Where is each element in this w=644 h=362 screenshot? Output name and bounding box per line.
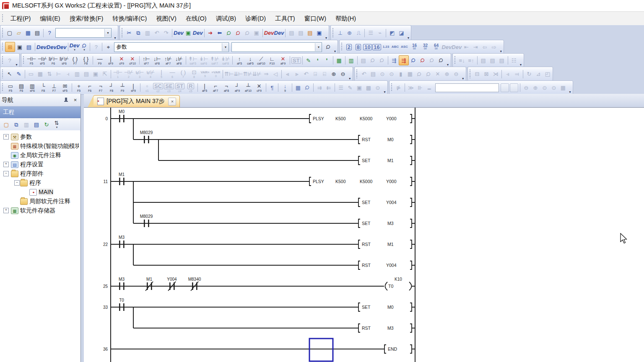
- tree-item-参数[interactable]: +⚒参数: [0, 132, 80, 141]
- remote-operation-icon[interactable]: ▣: [314, 28, 324, 38]
- tree-item-特殊模块(智能功能模块)[interactable]: ▦特殊模块(智能功能模块): [0, 141, 80, 150]
- sort-icon[interactable]: ⇅▾: [52, 119, 62, 129]
- zoom-in-icon[interactable]: ⊕: [329, 70, 338, 79]
- application-instruction-icon[interactable]: { }F8: [80, 55, 91, 66]
- project-view-icon[interactable]: ⊞: [5, 42, 15, 52]
- write-to-plc-icon[interactable]: ➜: [206, 28, 215, 38]
- delete-aline-icon[interactable]: ✕cF9: [254, 82, 265, 93]
- blank-button-1[interactable]: [501, 83, 509, 92]
- find-value-combo[interactable]: ▾: [231, 42, 322, 52]
- batch-table-icon[interactable]: ▦: [293, 83, 303, 92]
- pulse-down-branch-icon[interactable]: ↓⊬aF8: [174, 55, 184, 66]
- open-contact-icon[interactable]: ⊣⊢F5: [26, 55, 37, 66]
- close-branch-icon[interactable]: ⊮⊬sF6: [59, 55, 70, 66]
- coil-icon[interactable]: ( )F7: [70, 55, 80, 66]
- pulse-up-contact-icon[interactable]: ↑⊢sF7: [141, 55, 152, 66]
- monitor-start-icon[interactable]: Ϙ: [224, 28, 234, 38]
- aline-2-icon[interactable]: ⌐aF7: [210, 82, 221, 93]
- save-project-icon[interactable]: ▦: [23, 28, 33, 38]
- delete-line-icon[interactable]: ✕aF9: [278, 55, 288, 66]
- zoom-out-icon[interactable]: ⊖: [338, 70, 348, 79]
- menu-1[interactable]: 编辑(E): [35, 13, 65, 24]
- sfc-sort-icon[interactable]: ◪: [397, 28, 406, 38]
- note-edit-icon[interactable]: Dev: [57, 42, 67, 52]
- menu-4[interactable]: 视图(V): [151, 13, 181, 24]
- statement-table-icon[interactable]: ▦: [335, 56, 344, 65]
- corner-1-icon[interactable]: ⌐F6: [84, 82, 95, 93]
- aline-4-icon[interactable]: ┘aF9: [232, 82, 243, 93]
- menu-5[interactable]: 在线(O): [181, 13, 211, 24]
- device-monitor-on-icon[interactable]: Dev: [264, 28, 274, 38]
- new-data-icon[interactable]: ▢: [1, 119, 11, 129]
- device-test-icon[interactable]: ⊕: [345, 28, 354, 38]
- toolbar-overflow-icon[interactable]: ▾: [519, 53, 523, 68]
- corner-4-icon[interactable]: ┴F9: [117, 82, 128, 93]
- find-device-icon[interactable]: Ϙ▾: [79, 42, 88, 52]
- collapse-icon[interactable]: −: [14, 180, 20, 186]
- toolbar-overflow-icon[interactable]: ▾: [461, 67, 465, 82]
- tee-line-icon[interactable]: ⊥F7: [49, 82, 60, 93]
- toolbar-overflow-icon[interactable]: ▾: [499, 40, 503, 54]
- sfc-block-icon[interactable]: ◩: [387, 28, 397, 38]
- tree-item-软元件存储器[interactable]: +▦软元件存储器: [0, 206, 80, 215]
- pulse-down-contact-icon[interactable]: ↓⊢sF8: [152, 55, 163, 66]
- copy-icon[interactable]: ⧉: [134, 28, 143, 38]
- menu-3[interactable]: 转换/编译(C): [108, 13, 151, 24]
- toolbar-overflow-icon[interactable]: ▾: [446, 53, 450, 68]
- toolbar-overflow-icon[interactable]: ▾: [324, 25, 328, 41]
- pin-icon[interactable]: [63, 97, 69, 103]
- expand-icon[interactable]: +: [3, 134, 9, 140]
- invert-operation-icon[interactable]: ⟋caF10: [256, 55, 267, 66]
- corner-3-icon[interactable]: ┘F8: [106, 82, 117, 93]
- toolbar-overflow-icon[interactable]: ▾: [406, 25, 410, 41]
- close-tab-icon[interactable]: ×: [168, 98, 176, 106]
- close-navigation-icon[interactable]: ×: [72, 97, 78, 103]
- menu-0[interactable]: 工程(P): [6, 13, 35, 24]
- open-branch-icon[interactable]: ⊮⊢F6: [48, 55, 59, 66]
- select-mode-icon[interactable]: ↖: [5, 70, 14, 79]
- ladder-logic-test-icon[interactable]: ⊥: [335, 28, 345, 38]
- data-info-icon[interactable]: ▤: [31, 119, 42, 129]
- track-wiring-icon[interactable]: ⇶: [390, 56, 399, 65]
- find-target-combo[interactable]: 参数▾: [114, 42, 229, 52]
- step-run-input[interactable]: [435, 83, 499, 92]
- project-panel-tab[interactable]: 工程: [0, 106, 80, 118]
- intelligent-monitor-icon[interactable]: ▣: [184, 28, 193, 38]
- monitor-stop-icon[interactable]: Ϙ: [234, 28, 243, 38]
- delete-vline-icon[interactable]: ✕cF10: [127, 55, 138, 66]
- comment-box-icon[interactable]: ▭F5: [5, 82, 16, 93]
- corner-2-icon[interactable]: ¬F7: [95, 82, 106, 93]
- help-icon[interactable]: ?: [45, 28, 54, 38]
- toolbar-overflow-icon[interactable]: ▾: [14, 53, 19, 68]
- corner-line-icon[interactable]: └F8: [38, 82, 49, 93]
- pulse-gen-icon[interactable]: ⎍: [354, 28, 363, 38]
- collapse-icon[interactable]: −: [3, 171, 9, 176]
- vline-2-icon[interactable]: ❘sF9: [128, 82, 139, 93]
- tree-item-程序设置[interactable]: +▤程序设置: [0, 160, 80, 169]
- pulse-up-branch-icon[interactable]: ↑⊬aF7: [163, 55, 174, 66]
- cross-reference-icon[interactable]: ⌖: [104, 42, 113, 52]
- decimal-display-icon[interactable]: 10: [363, 42, 372, 52]
- real-display-icon[interactable]: 1.23: [381, 42, 390, 52]
- device-comment-edit-icon[interactable]: Dev: [36, 42, 47, 52]
- find-in-document-icon[interactable]: Ϙ: [323, 42, 332, 52]
- toolbar-overflow-icon[interactable]: ▾: [348, 67, 352, 82]
- envelope-icon[interactable]: ✉sF5: [60, 82, 70, 93]
- note-bubble-icon[interactable]: ❜: [322, 56, 332, 65]
- cut-icon[interactable]: ✂: [125, 28, 134, 38]
- cross-line-icon[interactable]: +F5: [73, 82, 84, 93]
- aline-1-icon[interactable]: ❘aF5: [199, 82, 210, 93]
- ladder-edit-cursor[interactable]: [309, 339, 333, 361]
- line-statement-icon[interactable]: ↓9: [280, 82, 291, 93]
- device-display-icon[interactable]: Dev▾: [70, 42, 80, 52]
- inline-st-edit-icon[interactable]: ✎: [304, 56, 313, 65]
- track-selected-icon[interactable]: ⇶: [399, 55, 409, 65]
- copy-data-icon[interactable]: ⧉: [11, 119, 21, 129]
- pulse-result-icon[interactable]: ↓caF5: [245, 55, 256, 66]
- horizontal-line-icon[interactable]: —F9: [94, 55, 105, 66]
- close-contact-icon[interactable]: ⊣⊬sF5: [37, 55, 48, 66]
- rung-comment-icon[interactable]: ¶: [267, 83, 277, 92]
- menu-10[interactable]: 帮助(H): [331, 13, 361, 24]
- menu-6[interactable]: 调试(B): [211, 13, 241, 24]
- expand-icon[interactable]: +: [3, 162, 9, 167]
